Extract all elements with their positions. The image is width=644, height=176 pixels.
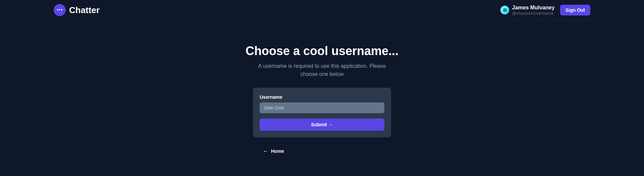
page-subtitle: A username is required to use this appli… [252,62,392,78]
home-link[interactable]: ← Home [253,148,391,154]
username-input[interactable] [260,102,384,113]
header-right-section: James Mulvaney @chooseAUsername Sign Out [500,4,590,16]
app-header: Chatter James Mulvaney @chooseAUsername … [0,0,644,20]
main-content: Choose a cool username... A username is … [0,20,644,154]
home-link-label: Home [271,148,284,154]
brand-name: Chatter [69,5,100,15]
svg-point-0 [57,9,58,10]
arrow-left-icon: ← [263,148,268,154]
user-handle: @chooseAUsername [512,11,554,16]
brand-logo[interactable]: Chatter [54,4,100,16]
svg-point-2 [61,9,62,10]
username-form-card: Username Submit → [253,88,391,137]
user-display-name: James Mulvaney [512,4,554,11]
signout-button[interactable]: Sign Out [560,5,590,15]
username-label: Username [260,94,384,100]
chat-bubble-icon [54,4,66,16]
page-title: Choose a cool username... [246,44,398,58]
avatar [500,6,509,14]
svg-point-1 [59,9,60,10]
submit-button[interactable]: Submit → [260,119,384,131]
user-profile[interactable]: James Mulvaney @chooseAUsername [500,4,554,16]
user-text-block: James Mulvaney @chooseAUsername [512,4,554,16]
